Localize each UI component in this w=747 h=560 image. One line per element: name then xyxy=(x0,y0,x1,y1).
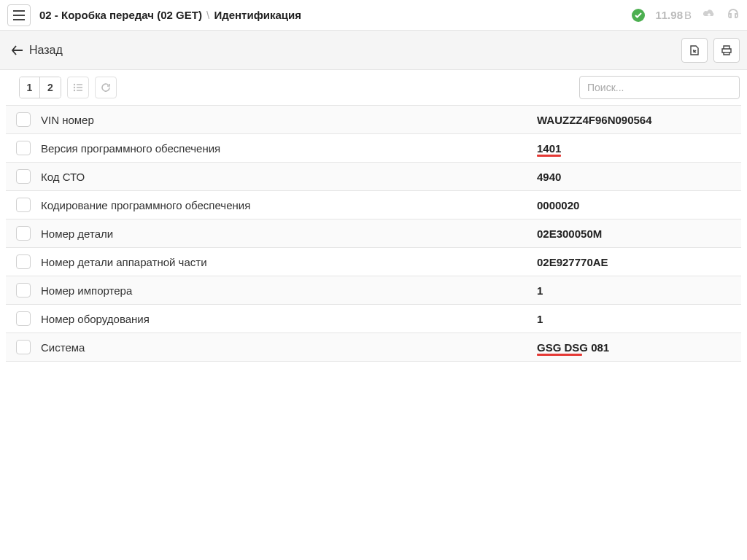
row-value: 1 xyxy=(537,284,543,297)
row-label: Код СТО xyxy=(41,171,537,183)
row-checkbox[interactable] xyxy=(16,198,31,212)
row-checkbox[interactable] xyxy=(16,141,31,155)
svg-point-2 xyxy=(74,90,75,91)
breadcrumb-separator: \ xyxy=(206,9,209,21)
row-value: 02E300050M xyxy=(537,228,602,240)
row-checkbox[interactable] xyxy=(16,311,31,326)
controls-row: 1 2 xyxy=(0,70,747,105)
export-button[interactable] xyxy=(681,38,708,63)
refresh-icon xyxy=(101,82,111,93)
voltage-display: 11.98В xyxy=(655,9,692,21)
table-row: Номер детали 02E300050M xyxy=(6,219,741,248)
highlighted-value: GSG DSG 081 xyxy=(537,341,609,354)
table-row: Версия программного обеспечения 1401 xyxy=(6,134,741,163)
table-row: Система GSG DSG 081 xyxy=(6,333,741,362)
header-status-group: 11.98В xyxy=(632,7,740,23)
voltage-unit: В xyxy=(684,9,692,21)
toolbar-actions xyxy=(681,38,740,63)
row-checkbox[interactable] xyxy=(16,169,31,184)
page-tabs: 1 2 xyxy=(19,77,61,98)
row-label: Номер импортера xyxy=(41,284,537,297)
back-label: Назад xyxy=(29,44,63,57)
breadcrumb: 02 - Коробка передач (02 GET) \ Идентифи… xyxy=(39,9,632,21)
row-label: Система xyxy=(41,341,537,354)
row-value: 1401 xyxy=(537,142,561,155)
data-table: VIN номер WAUZZZ4F96N090564 Версия прогр… xyxy=(6,105,741,362)
table-row: VIN номер WAUZZZ4F96N090564 xyxy=(6,106,741,134)
row-value: 1 xyxy=(537,313,543,325)
search-container xyxy=(579,76,740,99)
menu-button[interactable] xyxy=(7,4,31,26)
hamburger-icon xyxy=(13,10,25,20)
toolbar: Назад xyxy=(0,31,747,70)
row-checkbox[interactable] xyxy=(16,112,31,127)
row-label: VIN номер xyxy=(41,114,537,126)
table-row: Номер детали аппаратной части 02E927770A… xyxy=(6,248,741,276)
voltage-value: 11.98 xyxy=(655,9,683,21)
cloud-icon[interactable] xyxy=(702,8,716,22)
row-value: 02E927770AE xyxy=(537,256,608,268)
tab-2[interactable]: 2 xyxy=(40,77,61,98)
tab-1[interactable]: 1 xyxy=(20,77,40,98)
support-icon[interactable] xyxy=(727,7,740,23)
svg-point-1 xyxy=(74,87,75,88)
breadcrumb-main: 02 - Коробка передач (02 GET) xyxy=(39,9,202,21)
row-value: GSG DSG 081 xyxy=(537,341,609,354)
arrow-left-icon xyxy=(12,45,23,55)
highlighted-value: 1401 xyxy=(537,142,561,155)
print-icon xyxy=(721,44,732,56)
print-button[interactable] xyxy=(713,38,740,63)
export-icon xyxy=(689,44,700,56)
row-label: Номер оборудования xyxy=(41,313,537,325)
row-checkbox[interactable] xyxy=(16,226,31,241)
refresh-button[interactable] xyxy=(95,77,117,98)
svg-point-0 xyxy=(74,84,75,85)
breadcrumb-current: Идентификация xyxy=(214,9,301,21)
row-label: Кодирование программного обеспечения xyxy=(41,199,537,211)
row-checkbox[interactable] xyxy=(16,283,31,298)
row-label: Версия программного обеспечения xyxy=(41,142,537,155)
table-row: Номер импортера 1 xyxy=(6,276,741,305)
row-checkbox[interactable] xyxy=(16,340,31,354)
table-row: Номер оборудования 1 xyxy=(6,305,741,333)
table-row: Кодирование программного обеспечения 000… xyxy=(6,191,741,219)
row-value: 4940 xyxy=(537,171,561,183)
table-row: Код СТО 4940 xyxy=(6,163,741,191)
search-input[interactable] xyxy=(579,76,740,99)
header-bar: 02 - Коробка передач (02 GET) \ Идентифи… xyxy=(0,0,747,31)
list-icon xyxy=(73,83,83,92)
row-value: WAUZZZ4F96N090564 xyxy=(537,114,652,126)
list-view-button[interactable] xyxy=(67,77,89,98)
status-ok-icon xyxy=(632,9,645,22)
back-button[interactable]: Назад xyxy=(7,41,67,60)
row-value: 0000020 xyxy=(537,199,579,211)
row-label: Номер детали xyxy=(41,228,537,240)
row-checkbox[interactable] xyxy=(16,254,31,269)
row-label: Номер детали аппаратной части xyxy=(41,256,537,268)
